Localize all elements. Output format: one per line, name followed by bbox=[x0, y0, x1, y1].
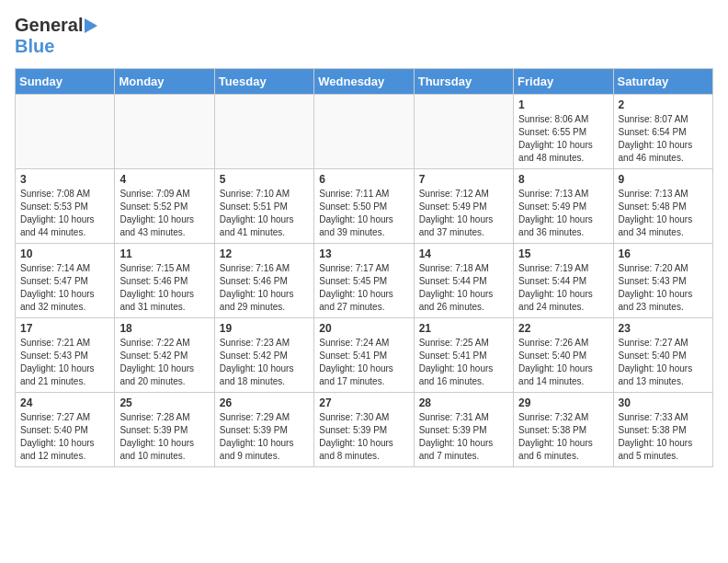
day-info: Sunrise: 7:33 AMSunset: 5:38 PMDaylight:… bbox=[619, 411, 708, 463]
day-info: Sunrise: 7:27 AMSunset: 5:40 PMDaylight:… bbox=[20, 411, 109, 463]
calendar-cell-30: 30Sunrise: 7:33 AMSunset: 5:38 PMDayligh… bbox=[613, 393, 712, 467]
day-number: 30 bbox=[619, 396, 708, 409]
calendar-cell-28: 28Sunrise: 7:31 AMSunset: 5:39 PMDayligh… bbox=[414, 393, 513, 467]
calendar-cell-21: 21Sunrise: 7:25 AMSunset: 5:41 PMDayligh… bbox=[414, 318, 513, 393]
day-number: 16 bbox=[619, 247, 708, 260]
calendar-cell-20: 20Sunrise: 7:24 AMSunset: 5:41 PMDayligh… bbox=[314, 318, 414, 393]
calendar-cell-27: 27Sunrise: 7:30 AMSunset: 5:39 PMDayligh… bbox=[314, 393, 414, 467]
day-info: Sunrise: 7:29 AMSunset: 5:39 PMDaylight:… bbox=[220, 411, 309, 463]
day-info: Sunrise: 8:06 AMSunset: 6:55 PMDaylight:… bbox=[518, 113, 608, 165]
calendar-cell-12: 12Sunrise: 7:16 AMSunset: 5:46 PMDayligh… bbox=[214, 244, 313, 318]
logo: General Blue bbox=[15, 15, 97, 57]
day-info: Sunrise: 7:32 AMSunset: 5:38 PMDaylight:… bbox=[518, 411, 608, 463]
calendar-header-row: SundayMondayTuesdayWednesdayThursdayFrid… bbox=[16, 69, 713, 95]
day-info: Sunrise: 7:18 AMSunset: 5:44 PMDaylight:… bbox=[419, 262, 508, 314]
day-number: 6 bbox=[319, 173, 408, 186]
calendar-cell-empty bbox=[16, 95, 115, 169]
calendar-cell-5: 5Sunrise: 7:10 AMSunset: 5:51 PMDaylight… bbox=[214, 169, 313, 244]
col-header-sunday: Sunday bbox=[16, 69, 115, 95]
day-number: 10 bbox=[20, 247, 109, 260]
day-info: Sunrise: 7:24 AMSunset: 5:41 PMDaylight:… bbox=[319, 337, 408, 388]
day-info: Sunrise: 7:13 AMSunset: 5:48 PMDaylight:… bbox=[619, 188, 708, 239]
day-number: 20 bbox=[319, 322, 408, 335]
day-info: Sunrise: 7:08 AMSunset: 5:53 PMDaylight:… bbox=[20, 188, 109, 239]
calendar-cell-22: 22Sunrise: 7:26 AMSunset: 5:40 PMDayligh… bbox=[514, 318, 613, 393]
day-info: Sunrise: 7:23 AMSunset: 5:42 PMDaylight:… bbox=[220, 337, 309, 388]
day-number: 3 bbox=[20, 173, 109, 186]
col-header-saturday: Saturday bbox=[613, 69, 712, 95]
calendar-cell-1: 1Sunrise: 8:06 AMSunset: 6:55 PMDaylight… bbox=[514, 95, 613, 169]
calendar-cell-8: 8Sunrise: 7:13 AMSunset: 5:49 PMDaylight… bbox=[514, 169, 613, 244]
day-number: 22 bbox=[518, 322, 608, 335]
calendar-cell-23: 23Sunrise: 7:27 AMSunset: 5:40 PMDayligh… bbox=[613, 318, 712, 393]
day-number: 13 bbox=[319, 247, 408, 260]
logo-arrow-icon bbox=[85, 18, 97, 33]
calendar-cell-9: 9Sunrise: 7:13 AMSunset: 5:48 PMDaylight… bbox=[613, 169, 712, 244]
calendar-cell-24: 24Sunrise: 7:27 AMSunset: 5:40 PMDayligh… bbox=[16, 393, 115, 467]
day-number: 23 bbox=[619, 322, 708, 335]
calendar-cell-16: 16Sunrise: 7:20 AMSunset: 5:43 PMDayligh… bbox=[613, 244, 712, 318]
calendar-cell-empty bbox=[414, 95, 513, 169]
day-info: Sunrise: 7:30 AMSunset: 5:39 PMDaylight:… bbox=[319, 411, 408, 463]
day-info: Sunrise: 7:20 AMSunset: 5:43 PMDaylight:… bbox=[619, 262, 708, 314]
day-number: 1 bbox=[518, 98, 608, 111]
calendar-cell-15: 15Sunrise: 7:19 AMSunset: 5:44 PMDayligh… bbox=[514, 244, 613, 318]
calendar-cell-7: 7Sunrise: 7:12 AMSunset: 5:49 PMDaylight… bbox=[414, 169, 513, 244]
day-number: 21 bbox=[419, 322, 508, 335]
day-number: 27 bbox=[319, 396, 408, 409]
calendar-cell-17: 17Sunrise: 7:21 AMSunset: 5:43 PMDayligh… bbox=[16, 318, 115, 393]
day-info: Sunrise: 7:25 AMSunset: 5:41 PMDaylight:… bbox=[419, 337, 508, 388]
calendar-cell-26: 26Sunrise: 7:29 AMSunset: 5:39 PMDayligh… bbox=[214, 393, 313, 467]
col-header-wednesday: Wednesday bbox=[314, 69, 414, 95]
day-number: 19 bbox=[220, 322, 309, 335]
day-info: Sunrise: 7:26 AMSunset: 5:40 PMDaylight:… bbox=[518, 337, 608, 388]
day-number: 15 bbox=[518, 247, 608, 260]
day-info: Sunrise: 7:21 AMSunset: 5:43 PMDaylight:… bbox=[20, 337, 109, 388]
day-number: 25 bbox=[119, 396, 209, 409]
day-number: 14 bbox=[419, 247, 508, 260]
day-number: 2 bbox=[619, 98, 708, 111]
day-number: 12 bbox=[220, 247, 309, 260]
day-number: 11 bbox=[119, 247, 209, 260]
day-info: Sunrise: 7:17 AMSunset: 5:45 PMDaylight:… bbox=[319, 262, 408, 314]
day-info: Sunrise: 7:09 AMSunset: 5:52 PMDaylight:… bbox=[119, 188, 209, 239]
calendar-cell-4: 4Sunrise: 7:09 AMSunset: 5:52 PMDaylight… bbox=[115, 169, 214, 244]
week-row-3: 17Sunrise: 7:21 AMSunset: 5:43 PMDayligh… bbox=[16, 318, 713, 393]
col-header-thursday: Thursday bbox=[414, 69, 513, 95]
day-info: Sunrise: 7:31 AMSunset: 5:39 PMDaylight:… bbox=[419, 411, 508, 463]
logo-text-general: General bbox=[15, 15, 83, 36]
day-number: 24 bbox=[20, 396, 109, 409]
page-header: General Blue bbox=[15, 15, 713, 57]
day-info: Sunrise: 7:27 AMSunset: 5:40 PMDaylight:… bbox=[619, 337, 708, 388]
day-number: 28 bbox=[419, 396, 508, 409]
day-number: 26 bbox=[220, 396, 309, 409]
day-number: 4 bbox=[119, 173, 209, 186]
calendar-cell-29: 29Sunrise: 7:32 AMSunset: 5:38 PMDayligh… bbox=[514, 393, 613, 467]
calendar-cell-empty bbox=[214, 95, 313, 169]
col-header-tuesday: Tuesday bbox=[214, 69, 313, 95]
day-number: 9 bbox=[619, 173, 708, 186]
calendar-cell-13: 13Sunrise: 7:17 AMSunset: 5:45 PMDayligh… bbox=[314, 244, 414, 318]
calendar-cell-2: 2Sunrise: 8:07 AMSunset: 6:54 PMDaylight… bbox=[613, 95, 712, 169]
col-header-monday: Monday bbox=[115, 69, 214, 95]
day-number: 5 bbox=[220, 173, 309, 186]
day-info: Sunrise: 7:12 AMSunset: 5:49 PMDaylight:… bbox=[419, 188, 508, 239]
logo-text-blue: Blue bbox=[15, 36, 54, 56]
col-header-friday: Friday bbox=[514, 69, 613, 95]
calendar-cell-19: 19Sunrise: 7:23 AMSunset: 5:42 PMDayligh… bbox=[214, 318, 313, 393]
week-row-4: 24Sunrise: 7:27 AMSunset: 5:40 PMDayligh… bbox=[16, 393, 713, 467]
day-number: 8 bbox=[518, 173, 608, 186]
day-info: Sunrise: 7:13 AMSunset: 5:49 PMDaylight:… bbox=[518, 188, 608, 239]
week-row-2: 10Sunrise: 7:14 AMSunset: 5:47 PMDayligh… bbox=[16, 244, 713, 318]
calendar-cell-10: 10Sunrise: 7:14 AMSunset: 5:47 PMDayligh… bbox=[16, 244, 115, 318]
day-info: Sunrise: 7:19 AMSunset: 5:44 PMDaylight:… bbox=[518, 262, 608, 314]
week-row-0: 1Sunrise: 8:06 AMSunset: 6:55 PMDaylight… bbox=[16, 95, 713, 169]
day-info: Sunrise: 7:28 AMSunset: 5:39 PMDaylight:… bbox=[119, 411, 209, 463]
day-info: Sunrise: 7:22 AMSunset: 5:42 PMDaylight:… bbox=[119, 337, 209, 388]
calendar-cell-6: 6Sunrise: 7:11 AMSunset: 5:50 PMDaylight… bbox=[314, 169, 414, 244]
day-number: 17 bbox=[20, 322, 109, 335]
calendar-cell-11: 11Sunrise: 7:15 AMSunset: 5:46 PMDayligh… bbox=[115, 244, 214, 318]
day-info: Sunrise: 8:07 AMSunset: 6:54 PMDaylight:… bbox=[619, 113, 708, 165]
day-info: Sunrise: 7:10 AMSunset: 5:51 PMDaylight:… bbox=[220, 188, 309, 239]
day-number: 29 bbox=[518, 396, 608, 409]
